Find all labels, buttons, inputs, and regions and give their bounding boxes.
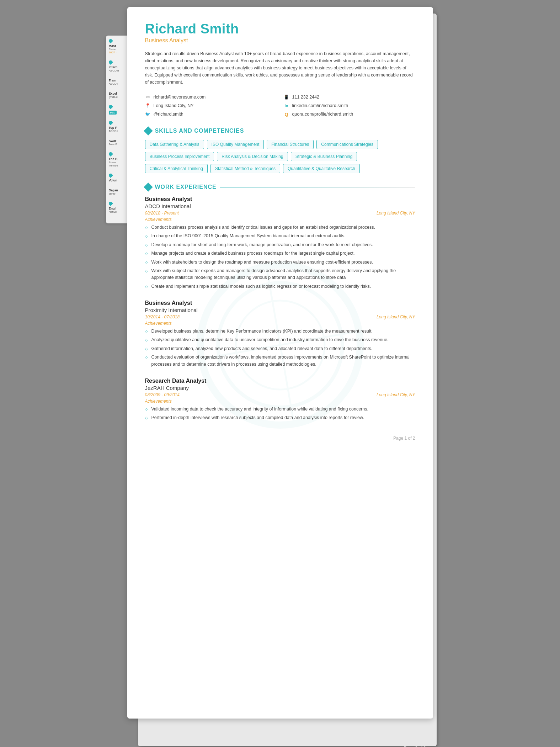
skills-section-header: SKILLS AND COMPETENCIES (145, 128, 415, 134)
achievement-item: Validated incoming data to check the acc… (145, 406, 415, 413)
page-number: Page 1 of 2 (145, 436, 415, 441)
job-meta: 10/2014 - 07/2018 Long Island City, NY (145, 314, 415, 319)
skills-title: SKILLS AND COMPETENCIES (155, 128, 244, 134)
skill-tag: Communications Strategies (316, 140, 378, 149)
job-location: Long Island City, NY (377, 314, 415, 319)
achievement-item: Performed in-depth interviews with resea… (145, 414, 415, 421)
summary-text: Strategic and results-driven Business An… (145, 50, 415, 86)
achievement-item: Gathered information, analyzed new produ… (145, 345, 415, 352)
job-item-1: Business Analyst Proximity International… (145, 300, 415, 368)
job-meta: 08/2018 - Present Long Island City, NY (145, 211, 415, 216)
location-icon: 📍 (145, 103, 151, 108)
job-dates: 08/2018 - Present (145, 211, 179, 216)
job-company: Proximity International (145, 307, 415, 313)
header: Richard Smith Business Analyst Strategic… (145, 21, 415, 86)
achievement-item: In charge of the ISO 9001:2015 Quality M… (145, 233, 415, 239)
experience-title: WORK EXPERIENCE (155, 184, 217, 190)
skill-tag: ISO Quality Management (207, 140, 264, 149)
job-location: Long Island City, NY (377, 392, 415, 397)
job-title: Research Data Analyst (145, 378, 415, 384)
achievements-list: Developed business plans, determine Key … (145, 328, 415, 368)
contact-quora: Q quora.com/profile/richard.smith (284, 111, 415, 117)
skill-tag: Financial Structures (267, 140, 314, 149)
achievements-label: Achievements (145, 321, 415, 326)
contact-location: 📍 Long Island City, NY (145, 103, 277, 108)
job-dates: 08/2009 - 09/2014 (145, 392, 180, 397)
achievements-list: Conduct business process analysis and id… (145, 224, 415, 290)
candidate-title: Business Analyst (145, 37, 415, 44)
twitter-icon: 🐦 (145, 111, 151, 117)
linkedin-icon: in (284, 103, 289, 108)
skill-tag: Strategic & Business Planning (291, 152, 357, 161)
achievements-label: Achievements (145, 399, 415, 404)
job-dates: 10/2014 - 07/2018 (145, 314, 180, 319)
job-item-2: Research Data Analyst JezRAH Company 08/… (145, 378, 415, 422)
achievement-item: Work with stakeholders to design the roa… (145, 259, 415, 266)
resume-page: Richard Smith Business Analyst Strategic… (127, 7, 433, 719)
achievements-list: Validated incoming data to check the acc… (145, 406, 415, 422)
achievement-item: Analyzed qualitative and quantitative da… (145, 337, 415, 343)
skills-diamond-icon (144, 126, 153, 135)
experience-section-header: WORK EXPERIENCE (145, 184, 415, 190)
achievement-item: Work with subject matter experts and man… (145, 267, 415, 281)
contact-twitter: 🐦 @richard.smith (145, 111, 277, 117)
contact-phone: 📱 111 232 2442 (284, 94, 415, 100)
job-title: Business Analyst (145, 300, 415, 306)
email-icon: ✉ (145, 94, 151, 100)
experience-list: Business Analyst ADCD International 08/2… (145, 196, 415, 422)
skill-tag: Quantitative & Qualitative Research (283, 164, 360, 173)
achievements-label: Achievements (145, 217, 415, 222)
skill-tag: Data Gathering & Analysis (145, 140, 204, 149)
skills-tags: Data Gathering & AnalysisISO Quality Man… (145, 140, 415, 173)
skill-tag: Statistical Method & Techniques (210, 164, 280, 173)
achievement-item: Manage projects and create a detailed bu… (145, 250, 415, 257)
job-meta: 08/2009 - 09/2014 Long Island City, NY (145, 392, 415, 397)
contact-section: ✉ richard@novoresume.com 📱 111 232 2442 … (145, 94, 415, 117)
job-location: Long Island City, NY (377, 211, 415, 216)
contact-email: ✉ richard@novoresume.com (145, 94, 277, 100)
skill-tag: Business Process Improvement (145, 152, 214, 161)
achievement-item: Create and implement simple statistical … (145, 283, 415, 290)
phone-icon: 📱 (284, 94, 289, 100)
job-company: JezRAH Company (145, 385, 415, 391)
job-title: Business Analyst (145, 196, 415, 202)
skill-tag: Critical & Analytical Thinking (145, 164, 208, 173)
quora-icon: Q (284, 111, 289, 117)
skills-section-line (247, 131, 415, 131)
achievement-item: Conducted evaluation of organization's w… (145, 354, 415, 368)
achievement-item: Developed business plans, determine Key … (145, 328, 415, 335)
skill-tag: Risk Analysis & Decision Making (217, 152, 288, 161)
experience-diamond-icon (144, 182, 153, 191)
job-item-0: Business Analyst ADCD International 08/2… (145, 196, 415, 290)
achievement-item: Conduct business process analysis and id… (145, 224, 415, 231)
achievement-item: Develop a roadmap for short and long-ter… (145, 242, 415, 248)
candidate-name: Richard Smith (145, 21, 415, 37)
job-company: ADCD International (145, 203, 415, 209)
experience-section-line (220, 187, 415, 187)
contact-linkedin: in linkedin.com/in/richard.smith (284, 103, 415, 108)
page2-label: Page 2 of 2 (404, 746, 426, 747)
